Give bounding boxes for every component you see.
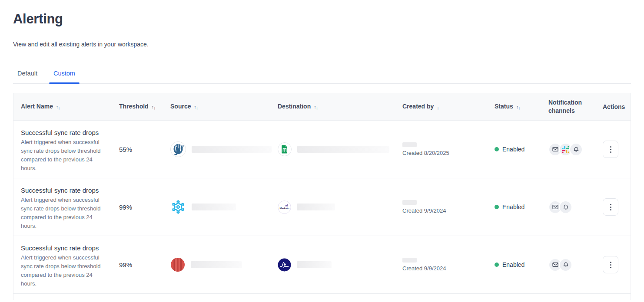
row-actions-button[interactable]	[603, 141, 618, 158]
created-by-redacted	[402, 258, 417, 263]
header-actions: Actions	[603, 103, 631, 111]
marketo-icon: Marketo	[278, 200, 291, 214]
created-by-redacted	[402, 200, 417, 205]
table-row: Successful sync rate drops Alert trigger…	[13, 236, 631, 293]
threshold-value: 99%	[119, 261, 170, 269]
header-status[interactable]: Status ↑↓	[495, 102, 548, 111]
destination-name-redacted	[297, 146, 389, 153]
alert-name: Successful sync rate drops	[21, 244, 113, 252]
svg-text:Marketo: Marketo	[279, 207, 289, 209]
source-name-redacted	[192, 204, 236, 210]
sort-down-icon: ↓	[437, 104, 439, 109]
created-date: Created 9/9/2024	[402, 265, 488, 272]
status-label: Enabled	[502, 204, 524, 210]
header-notification-channels: Notification channels	[548, 98, 603, 115]
status-label: Enabled	[502, 261, 524, 268]
tab-default[interactable]: Default	[13, 70, 42, 83]
table-header-row: Alert Name ↑↓ Threshold ↑↓ Source ↑↓ Des…	[13, 93, 631, 120]
table-row: Successful sync rate drops Alert trigger…	[13, 178, 631, 236]
header-source[interactable]: Source ↑↓	[170, 102, 278, 111]
status-dot	[495, 147, 499, 151]
sort-icon: ↑↓	[152, 104, 156, 109]
status-dot	[495, 205, 499, 209]
next-row-partial	[13, 293, 631, 300]
created-date: Created 9/9/2024	[402, 207, 488, 214]
alerting-page: Alerting View and edit all existing aler…	[0, 11, 644, 300]
snowflake-icon	[170, 199, 186, 215]
alert-description: Alert triggered when successful sync rat…	[21, 138, 104, 173]
notification-channels	[548, 200, 603, 214]
source-name-redacted	[191, 261, 242, 268]
notification-channels	[548, 258, 603, 272]
bell-channel-icon	[569, 143, 583, 156]
sort-icon: ↑↓	[314, 104, 318, 109]
table-row: Successful sync rate drops Alert trigger…	[13, 120, 631, 178]
alert-description: Alert triggered when successful sync rat…	[21, 196, 104, 230]
created-by-redacted	[402, 142, 417, 147]
page-title: Alerting	[13, 11, 631, 27]
tab-bar: Default Custom	[13, 70, 631, 84]
sort-icon: ↑↓	[56, 104, 60, 109]
created-date: Created 8/20/2025	[402, 150, 488, 156]
header-threshold[interactable]: Threshold ↑↓	[119, 102, 170, 111]
tab-custom[interactable]: Custom	[49, 70, 80, 83]
alerts-table: Alert Name ↑↓ Threshold ↑↓ Source ↑↓ Des…	[13, 93, 631, 300]
postgresql-icon	[170, 141, 186, 157]
alert-name: Successful sync rate drops	[21, 129, 113, 136]
header-created-by[interactable]: Created by ↓	[402, 102, 495, 111]
bell-channel-icon	[559, 258, 572, 272]
alert-description: Alert triggered when successful sync rat…	[21, 253, 104, 288]
page-subtitle: View and edit all existing alerts in you…	[13, 41, 631, 48]
row-actions-button[interactable]	[603, 198, 618, 216]
destination-name-redacted	[297, 204, 335, 210]
bell-channel-icon	[559, 200, 572, 214]
row-actions-button[interactable]	[603, 256, 618, 273]
threshold-value: 55%	[119, 146, 170, 153]
red-database-icon	[170, 257, 185, 272]
status-dot	[495, 263, 499, 267]
alert-name: Successful sync rate drops	[21, 187, 113, 194]
source-name-redacted	[192, 146, 272, 153]
status-label: Enabled	[502, 146, 524, 153]
header-alert-name[interactable]: Alert Name ↑↓	[21, 102, 119, 111]
sort-icon: ↑↓	[194, 104, 198, 109]
destination-name-redacted	[297, 261, 332, 268]
sort-icon: ↑↓	[516, 104, 520, 109]
amplitude-icon	[278, 258, 291, 272]
google-sheets-icon	[278, 142, 292, 156]
threshold-value: 99%	[119, 204, 170, 211]
notification-channels	[548, 143, 603, 156]
header-destination[interactable]: Destination ↑↓	[278, 102, 402, 111]
